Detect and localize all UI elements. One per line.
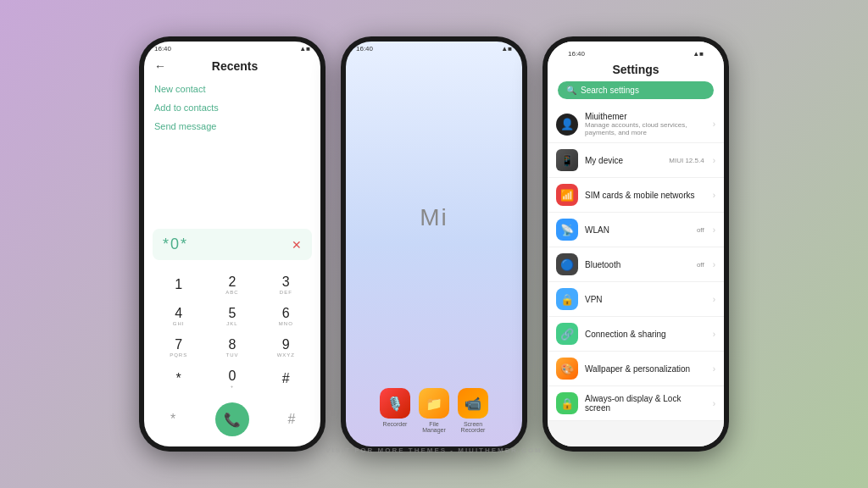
phone-home: 16:40 ▲■ Mi 🎙️ Recorder 📁 FileManager 📹 …: [341, 36, 527, 452]
dialer-title: Recents: [173, 59, 310, 73]
phone-icon: 📞: [224, 412, 241, 428]
signal-icon-2: ▲■: [501, 45, 512, 53]
search-icon: 🔍: [566, 86, 576, 95]
add-to-contacts-button[interactable]: Add to contacts: [154, 98, 310, 117]
dialer-header: ← Recents: [144, 54, 320, 76]
setting-bluetooth[interactable]: 🔵 Bluetooth off ›: [548, 247, 724, 282]
miuithemer-icon: 👤: [556, 114, 578, 136]
key-5[interactable]: 5JKL: [206, 302, 258, 331]
back-button[interactable]: ←: [154, 59, 166, 73]
setting-wlan[interactable]: 📡 WLAN off ›: [548, 213, 724, 247]
call-right[interactable]: #: [280, 412, 303, 427]
search-bar[interactable]: 🔍 Search settings: [558, 81, 714, 99]
chevron-icon: ›: [713, 225, 715, 235]
call-left[interactable]: *: [161, 412, 185, 427]
setting-connection[interactable]: 🔗 Connection & sharing ›: [548, 317, 724, 352]
wlan-icon: 📡: [556, 219, 578, 241]
search-placeholder: Search settings: [581, 86, 639, 95]
screen-recorder-icon: 📹: [458, 388, 488, 419]
chevron-icon: ›: [713, 330, 715, 339]
screen-recorder-label: ScreenRecorder: [461, 421, 486, 433]
key-6[interactable]: 6MNO: [260, 302, 312, 331]
setting-vpn[interactable]: 🔒 VPN ›: [548, 282, 724, 317]
key-0[interactable]: 0+: [206, 364, 258, 394]
vpn-info: VPN: [585, 295, 706, 304]
chevron-icon: ›: [713, 260, 715, 269]
home-screen: 16:40 ▲■ Mi 🎙️ Recorder 📁 FileManager 📹 …: [346, 42, 522, 446]
key-3[interactable]: 3DEF: [260, 270, 312, 300]
app-recorder[interactable]: 🎙️ Recorder: [380, 388, 410, 433]
status-bar-1: 16:40 ▲■: [144, 42, 320, 54]
key-2[interactable]: 2ABC: [206, 270, 258, 300]
dialer-area: *0* ✕ 1 2ABC 3DEF 4GHI 5JKL 6MNO 7PQRS 8…: [144, 139, 320, 446]
bluetooth-info: Bluetooth: [585, 260, 690, 269]
phone-dialer: 16:40 ▲■ ← Recents New contact Add to co…: [139, 36, 326, 452]
key-hash[interactable]: #: [260, 364, 312, 394]
sim-icon: 📶: [556, 184, 578, 206]
chevron-icon: ›: [713, 295, 715, 304]
connection-info: Connection & sharing: [585, 330, 706, 339]
chevron-icon: ›: [713, 119, 715, 129]
signal-icon-1: ▲■: [299, 45, 310, 53]
status-bar-2: 16:40 ▲■: [346, 42, 522, 54]
mi-label: Mi: [346, 54, 522, 381]
setting-device[interactable]: 📱 My device MIUI 12.5.4 ›: [548, 143, 724, 178]
wallpaper-icon: 🎨: [556, 358, 578, 380]
settings-header: 16:40 ▲■ Settings 🔍 Search settings: [548, 42, 724, 106]
chevron-icon: ›: [713, 156, 715, 165]
status-icons-1: ▲■: [299, 45, 310, 53]
device-icon: 📱: [556, 149, 578, 171]
settings-list: 👤 Miuithemer Manage accounts, cloud serv…: [548, 106, 724, 446]
key-4[interactable]: 4GHI: [153, 302, 204, 331]
time-2: 16:40: [356, 45, 373, 53]
app-files[interactable]: 📁 FileManager: [419, 388, 449, 433]
status-icons-2: ▲■: [501, 45, 512, 53]
time-1: 16:40: [154, 45, 171, 53]
setting-wallpaper[interactable]: 🎨 Wallpaper & personalization ›: [548, 352, 724, 386]
settings-title: Settings: [558, 59, 714, 81]
delete-button[interactable]: ✕: [292, 238, 302, 252]
dial-display: *0* ✕: [153, 229, 312, 260]
aod-icon: 🔒: [556, 392, 578, 414]
setting-miuithemer[interactable]: 👤 Miuithemer Manage accounts, cloud serv…: [548, 106, 724, 143]
files-icon: 📁: [419, 388, 449, 419]
new-contact-button[interactable]: New contact: [154, 80, 310, 98]
call-row: * 📞 #: [144, 397, 320, 440]
status-bar-3: 16:40 ▲■: [558, 47, 714, 59]
wlan-info: WLAN: [585, 225, 690, 235]
key-7[interactable]: 7PQRS: [153, 333, 204, 363]
vpn-icon: 🔒: [556, 288, 578, 310]
setting-sim[interactable]: 📶 SIM cards & mobile networks ›: [548, 178, 724, 213]
key-1[interactable]: 1: [153, 270, 204, 300]
setting-aod[interactable]: 🔒 Always-on display & Lock screen ›: [548, 386, 724, 421]
keypad: 1 2ABC 3DEF 4GHI 5JKL 6MNO 7PQRS 8TUV 9W…: [144, 267, 320, 397]
dial-number: *0*: [163, 236, 188, 253]
key-8[interactable]: 8TUV: [206, 333, 258, 363]
miuithemer-info: Miuithemer Manage accounts, cloud servic…: [585, 112, 706, 136]
files-label: FileManager: [422, 421, 446, 433]
chevron-icon: ›: [713, 191, 715, 200]
signal-icon-3: ▲■: [693, 50, 704, 58]
recorder-label: Recorder: [383, 421, 408, 427]
settings-screen: 16:40 ▲■ Settings 🔍 Search settings 👤 Mi…: [548, 42, 724, 446]
status-icons-3: ▲■: [693, 50, 704, 58]
bluetooth-icon: 🔵: [556, 253, 578, 275]
app-dock: 🎙️ Recorder 📁 FileManager 📹 ScreenRecord…: [346, 381, 522, 446]
chevron-icon: ›: [713, 364, 715, 374]
app-screen-recorder[interactable]: 📹 ScreenRecorder: [458, 388, 488, 433]
time-3: 16:40: [568, 50, 585, 58]
dialer-screen: 16:40 ▲■ ← Recents New contact Add to co…: [144, 42, 320, 446]
recorder-icon: 🎙️: [380, 388, 410, 419]
call-button[interactable]: 📞: [215, 402, 249, 436]
send-message-button[interactable]: Send message: [154, 117, 310, 136]
sim-info: SIM cards & mobile networks: [585, 191, 706, 200]
key-star[interactable]: *: [153, 364, 204, 394]
device-info: My device: [585, 156, 662, 165]
aod-info: Always-on display & Lock screen: [585, 394, 706, 413]
key-9[interactable]: 9WXYZ: [260, 333, 312, 363]
contact-actions: New contact Add to contacts Send message: [144, 76, 320, 139]
chevron-icon: ›: [713, 399, 715, 408]
wallpaper-info: Wallpaper & personalization: [585, 364, 706, 374]
phone-settings: 16:40 ▲■ Settings 🔍 Search settings 👤 Mi…: [542, 36, 729, 452]
connection-icon: 🔗: [556, 323, 578, 345]
